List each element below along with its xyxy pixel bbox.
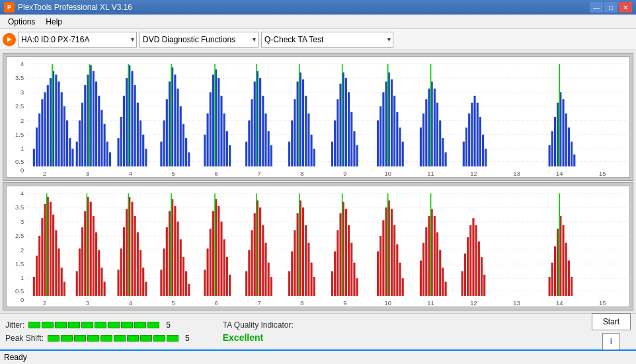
drive-selector: ▶ HA:0 ID:0 PX-716A bbox=[3, 32, 137, 48]
svg-rect-224 bbox=[95, 233, 97, 296]
ta-quality-section: TA Quality Indicator: Excellent bbox=[223, 320, 294, 343]
svg-rect-135 bbox=[391, 79, 393, 166]
svg-text:3: 3 bbox=[20, 89, 24, 96]
svg-rect-33 bbox=[36, 127, 38, 166]
svg-rect-120 bbox=[334, 120, 336, 166]
peakshift-label: Peak Shift: bbox=[5, 334, 44, 343]
svg-rect-150 bbox=[445, 153, 447, 166]
svg-rect-247 bbox=[177, 222, 179, 296]
svg-text:3.5: 3.5 bbox=[15, 74, 24, 81]
svg-rect-288 bbox=[337, 230, 338, 296]
svg-rect-136 bbox=[393, 96, 395, 166]
svg-rect-238 bbox=[142, 268, 144, 296]
svg-rect-130 bbox=[377, 120, 379, 166]
menu-help[interactable]: Help bbox=[40, 16, 67, 28]
ta-quality-label: TA Quality Indicator: bbox=[223, 320, 294, 330]
svg-rect-56 bbox=[98, 96, 100, 166]
jitter-led-bar bbox=[28, 322, 159, 328]
menu-bar: Options Help bbox=[0, 15, 636, 29]
svg-rect-36 bbox=[44, 92, 46, 166]
svg-rect-270 bbox=[262, 225, 264, 296]
svg-rect-163 bbox=[554, 117, 556, 166]
minimize-button[interactable]: — bbox=[590, 2, 603, 13]
close-button[interactable]: ✕ bbox=[619, 2, 632, 13]
svg-text:12: 12 bbox=[470, 170, 477, 177]
app-icon: P bbox=[4, 2, 15, 13]
svg-rect-328 bbox=[549, 277, 551, 296]
peakshift-value: 5 bbox=[185, 334, 190, 343]
svg-text:7: 7 bbox=[257, 299, 260, 307]
svg-rect-208 bbox=[44, 204, 46, 296]
svg-rect-166 bbox=[562, 99, 564, 166]
jitter-value: 5 bbox=[166, 320, 171, 330]
svg-text:8: 8 bbox=[300, 170, 303, 177]
menu-options[interactable]: Options bbox=[3, 16, 40, 28]
svg-rect-87 bbox=[206, 114, 208, 166]
svg-rect-95 bbox=[229, 145, 231, 166]
svg-text:7: 7 bbox=[257, 170, 260, 177]
svg-rect-293 bbox=[350, 243, 352, 296]
peakshift-led-9 bbox=[153, 335, 165, 342]
svg-rect-65 bbox=[126, 78, 128, 166]
svg-rect-148 bbox=[439, 120, 441, 166]
svg-rect-286 bbox=[331, 271, 333, 295]
jitter-led-4 bbox=[68, 322, 80, 328]
svg-rect-43 bbox=[63, 106, 65, 166]
svg-rect-69 bbox=[137, 103, 139, 166]
svg-rect-236 bbox=[137, 233, 139, 296]
svg-rect-50 bbox=[81, 103, 83, 166]
svg-rect-207 bbox=[41, 218, 43, 296]
svg-rect-239 bbox=[145, 282, 147, 296]
svg-text:15: 15 bbox=[599, 170, 606, 177]
drive-select-wrapper: HA:0 ID:0 PX-716A bbox=[18, 32, 137, 48]
jitter-led-3 bbox=[55, 322, 67, 328]
svg-rect-152 bbox=[463, 141, 465, 166]
svg-rect-283 bbox=[310, 263, 312, 296]
right-buttons: Start i bbox=[592, 313, 631, 350]
svg-rect-48 bbox=[76, 141, 78, 166]
svg-rect-68 bbox=[134, 85, 136, 166]
svg-rect-133 bbox=[385, 81, 387, 166]
test-select[interactable]: Q-Check TA Test bbox=[261, 32, 393, 48]
jitter-led-5 bbox=[81, 322, 93, 328]
drive-select[interactable]: HA:0 ID:0 PX-716A bbox=[18, 32, 137, 48]
svg-rect-80 bbox=[177, 89, 179, 166]
status-text: Ready bbox=[4, 353, 27, 362]
svg-rect-59 bbox=[106, 141, 108, 166]
svg-text:4: 4 bbox=[129, 170, 133, 177]
svg-rect-287 bbox=[334, 251, 336, 295]
svg-rect-62 bbox=[117, 138, 119, 166]
svg-rect-38 bbox=[50, 78, 52, 166]
jitter-row: Jitter: 5 bbox=[5, 320, 190, 330]
svg-text:3.5: 3.5 bbox=[15, 203, 24, 211]
svg-rect-315 bbox=[439, 250, 441, 296]
svg-rect-246 bbox=[174, 206, 176, 296]
svg-rect-49 bbox=[79, 120, 81, 166]
info-button[interactable]: i bbox=[602, 333, 619, 350]
svg-rect-310 bbox=[425, 227, 427, 296]
svg-rect-217 bbox=[76, 271, 78, 295]
svg-rect-329 bbox=[551, 263, 553, 296]
svg-text:11: 11 bbox=[427, 299, 434, 307]
svg-rect-325 bbox=[478, 242, 480, 296]
svg-rect-131 bbox=[379, 106, 381, 166]
svg-text:14: 14 bbox=[556, 170, 563, 177]
svg-rect-154 bbox=[468, 114, 470, 166]
svg-rect-316 bbox=[442, 268, 444, 296]
svg-rect-64 bbox=[123, 96, 125, 166]
start-button[interactable]: Start bbox=[592, 313, 631, 330]
svg-rect-272 bbox=[268, 263, 270, 296]
svg-rect-264 bbox=[245, 271, 247, 295]
function-select[interactable]: DVD Diagnostic Functions bbox=[139, 32, 258, 48]
maximize-button[interactable]: □ bbox=[604, 2, 617, 13]
svg-rect-294 bbox=[353, 263, 355, 296]
svg-rect-169 bbox=[571, 141, 573, 166]
svg-rect-113 bbox=[302, 79, 304, 166]
svg-text:2: 2 bbox=[43, 170, 46, 177]
svg-rect-40 bbox=[55, 75, 57, 166]
svg-rect-138 bbox=[399, 127, 401, 166]
svg-rect-223 bbox=[93, 216, 95, 296]
svg-rect-32 bbox=[33, 149, 35, 166]
svg-rect-117 bbox=[313, 149, 315, 166]
svg-rect-115 bbox=[307, 114, 309, 166]
